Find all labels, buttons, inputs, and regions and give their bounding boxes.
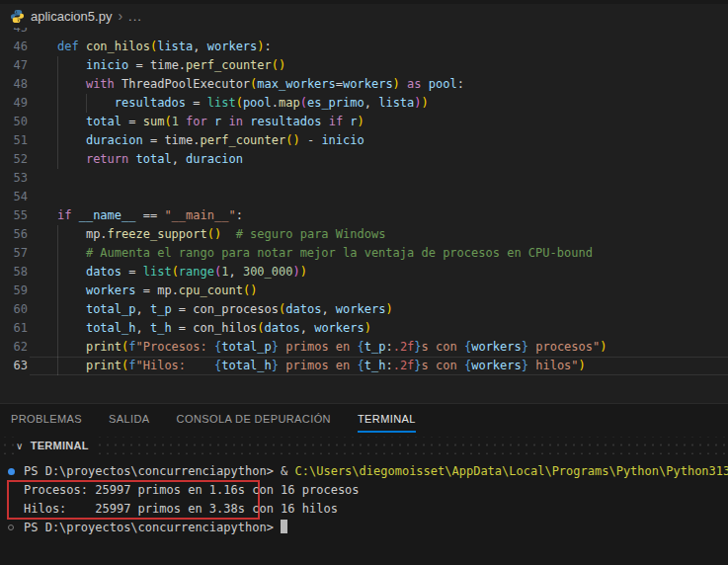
code-token: lista (157, 40, 193, 53)
code-token: workers (471, 340, 522, 354)
code-token: workers (207, 40, 258, 53)
line-number[interactable]: 48 (0, 75, 28, 94)
code-line[interactable]: 62 print(f"Procesos: {total_p} primos en… (0, 338, 728, 357)
code-token: : (265, 40, 272, 53)
code-token: ) (292, 133, 299, 147)
line-number[interactable]: 52 (0, 150, 28, 169)
code-token: t_p (364, 340, 386, 354)
panel-tab-terminal[interactable]: TERMINAL (358, 404, 416, 433)
terminal-line: Procesos: 25997 primos en 1.16s con 16 p… (0, 481, 728, 500)
indent-guide (57, 56, 58, 169)
code-line[interactable]: 56 mp.freeze_support() # seguro para Win… (0, 225, 728, 244)
code-token: "Procesos: (136, 340, 214, 354)
code-token: procesos" (528, 340, 600, 354)
code-token: # seguro para Windows (236, 227, 386, 241)
code-line[interactable]: 58 datos = list(range(1, 300_000)) (0, 263, 728, 282)
code-token: = (143, 133, 165, 147)
breadcrumb-chevron-icon: › (118, 8, 122, 24)
code-line[interactable]: 60 total_p, t_p = con_procesos(datos, wo… (0, 300, 728, 319)
code-token: = (172, 302, 194, 316)
code-line[interactable]: 45 (0, 28, 728, 38)
terminal-output[interactable]: PS D:\proyectos\concurrenciapython> & C:… (0, 458, 728, 565)
code-text: if __name__ == "__main__": (57, 206, 243, 225)
line-number[interactable]: 54 (0, 188, 28, 206)
code-line[interactable]: 51 duracion = time.perf_counter() - inic… (0, 131, 728, 150)
code-token: t_p (150, 302, 172, 316)
code-token: lista (378, 96, 414, 110)
code-token: con_hilos (193, 321, 257, 335)
code-line[interactable]: 57 # Aumenta el rango para notar mejor l… (0, 244, 728, 263)
code-line[interactable]: 50 total = sum(1 for r in resultados if … (0, 113, 728, 131)
code-token: duracion (186, 152, 243, 166)
code-token: print (86, 340, 121, 354)
breadcrumb-symbol-more[interactable]: ... (128, 9, 142, 24)
code-line[interactable]: 46def con_hilos(lista, workers): (0, 38, 728, 56)
code-line[interactable]: 48 with ThreadPoolExecutor(max_workers=w… (0, 75, 728, 94)
breadcrumb: aplicacion5.py › ... (0, 4, 728, 28)
panel-tab-problemas[interactable]: PROBLEMAS (11, 404, 82, 433)
code-token (57, 246, 86, 260)
line-number[interactable]: 47 (0, 56, 28, 75)
code-token: workers (86, 283, 136, 297)
code-token: if (57, 208, 71, 222)
command-run-decoration-icon[interactable] (8, 468, 15, 475)
code-line[interactable]: 53 (0, 169, 728, 188)
code-token: ( (300, 96, 307, 110)
panel-tab-consola-de-depuración[interactable]: CONSOLA DE DEPURACIÓN (177, 404, 331, 433)
code-token: , (135, 302, 149, 316)
line-number[interactable]: 53 (0, 169, 28, 188)
code-token: total_h (86, 321, 136, 335)
code-token (57, 77, 86, 91)
code-line[interactable]: 61 total_h, t_h = con_hilos(datos, worke… (0, 319, 728, 338)
line-number[interactable]: 60 (0, 300, 28, 319)
line-number[interactable]: 55 (0, 206, 28, 225)
breadcrumb-filename[interactable]: aplicacion5.py (31, 9, 112, 24)
line-number[interactable]: 45 (0, 28, 28, 38)
panel-tab-salida[interactable]: SALIDA (109, 404, 150, 433)
terminal-text: C:\Users\diegomoisset\AppData\Local\Prog… (295, 464, 728, 478)
line-number[interactable]: 46 (0, 38, 28, 56)
line-number[interactable]: 50 (0, 113, 28, 131)
code-line[interactable]: 49 resultados = list(pool.map(es_primo, … (0, 94, 728, 113)
code-token: } (522, 340, 528, 354)
code-token (71, 208, 78, 222)
prompt-decoration-icon[interactable] (8, 525, 14, 530)
vscode-window: aplicacion5.py › ... 4546def con_hilos(l… (0, 0, 728, 565)
code-token: ) (292, 265, 299, 279)
code-token: if (329, 115, 343, 128)
code-token: inicio (86, 58, 128, 72)
code-line[interactable]: 52 return total, duracion (0, 150, 728, 169)
code-token: ) (279, 58, 285, 72)
code-token: s con (422, 359, 464, 372)
line-number[interactable]: 56 (0, 225, 28, 244)
line-number[interactable]: 58 (0, 263, 28, 282)
code-token: , (321, 302, 335, 316)
code-token: ) (422, 96, 429, 110)
code-line[interactable]: 55if __name__ == "__main__": (0, 206, 728, 225)
code-text: print(f"Hilos: {total_h} primos en {t_h:… (57, 357, 586, 375)
code-line[interactable]: 59 workers = mp.cpu_count() (0, 282, 728, 300)
code-token (57, 265, 86, 279)
line-number[interactable]: 61 (0, 319, 28, 338)
line-number[interactable]: 59 (0, 282, 28, 300)
line-number[interactable]: 57 (0, 244, 28, 263)
line-number[interactable]: 51 (0, 131, 28, 150)
code-line[interactable]: 54 (0, 188, 728, 206)
line-number[interactable]: 62 (0, 338, 28, 357)
code-token: resultados (115, 96, 186, 110)
terminal-section-header[interactable]: ∨ TERMINAL (0, 433, 728, 458)
code-line[interactable]: 63 print(f"Hilos: {total_h} primos en {t… (0, 357, 728, 375)
code-editor[interactable]: 4546def con_hilos(lista, workers):47 ini… (0, 28, 728, 403)
code-token: workers (314, 321, 364, 335)
code-token: : (385, 340, 392, 354)
line-number[interactable]: 63 (0, 357, 28, 375)
code-token: ( (164, 115, 171, 128)
code-line[interactable]: 47 inicio = time.perf_counter() (0, 56, 728, 75)
line-number[interactable]: 49 (0, 94, 28, 113)
code-token: con_procesos (193, 302, 279, 316)
code-token: ) (358, 115, 364, 128)
code-token: , (364, 96, 378, 110)
code-token (221, 115, 228, 128)
chevron-down-icon[interactable]: ∨ (16, 441, 24, 451)
code-token: : (385, 359, 392, 372)
